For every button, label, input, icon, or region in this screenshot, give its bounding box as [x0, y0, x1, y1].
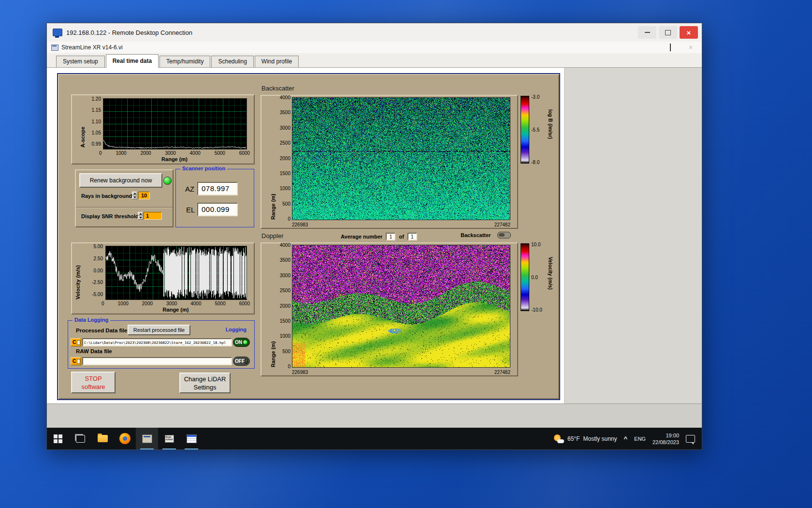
scanner-position-group: Scanner position AZ 078.997 EL 000.099: [175, 169, 254, 227]
velocity-y-axis-label: Velocity (m/s): [75, 246, 81, 299]
firefox-button[interactable]: [114, 428, 136, 449]
processed-data-file-label: Processed Data file: [76, 328, 127, 333]
snr-value-field[interactable]: 1: [144, 212, 162, 220]
renew-background-button[interactable]: Renew background now: [79, 173, 162, 188]
el-label: EL: [186, 206, 195, 214]
backscatter-title: Backscatter: [261, 85, 294, 92]
ascope-x-ticks: 0 1000 2000 3000 4000 5000 6000: [99, 150, 250, 156]
tray-expand-chevron[interactable]: ^: [624, 435, 628, 442]
taskbar: Scan sched 65°F Mostly sunny ^ ENG 19:00…: [47, 428, 702, 449]
on-led-icon: [243, 340, 248, 345]
raw-drive-button[interactable]: C: [71, 357, 81, 365]
main-panel: A-scope 1.20 1.15 1.10 1.05 0.99 0 1000: [57, 73, 560, 400]
off-led-icon: [245, 359, 248, 364]
snr-decrement-button[interactable]: [138, 216, 143, 220]
of-label: of: [399, 234, 404, 239]
weather-widget[interactable]: 65°F Mostly sunny: [553, 434, 617, 444]
raw-logging-toggle[interactable]: OFF: [233, 357, 250, 366]
background-status-led: [163, 177, 172, 185]
file-icon: [77, 340, 80, 345]
ascope-plot-group: A-scope 1.20 1.15 1.10 1.05 0.99 0 1000: [71, 94, 255, 164]
restart-processed-file-button[interactable]: Restart processed file: [128, 325, 190, 335]
tab-real-time-data[interactable]: Real time data: [106, 54, 159, 68]
rdp-close-button[interactable]: ×: [680, 26, 698, 39]
ascope-x-axis-label: Range (m): [103, 156, 246, 162]
windows-logo-icon: [54, 434, 62, 443]
task-view-button[interactable]: [69, 428, 91, 449]
stop-software-button[interactable]: STOP software: [71, 372, 116, 393]
tab-system-setup[interactable]: System setup: [56, 56, 105, 67]
streamline-app-button[interactable]: [136, 428, 158, 449]
ascope-plot-canvas: [103, 98, 247, 149]
ascope-y-ticks: 1.20 1.15 1.10 1.05 0.99: [86, 96, 101, 147]
action-center-icon[interactable]: [686, 435, 695, 443]
rays-spinner[interactable]: [132, 192, 137, 199]
rays-increment-button[interactable]: [132, 192, 137, 195]
taskbar-tray: 65°F Mostly sunny ^ ENG 19:00 22/08/2023: [553, 432, 702, 446]
clock-date: 22/08/2023: [652, 439, 679, 446]
snr-spinner[interactable]: [138, 212, 143, 220]
scan-scheduler-button[interactable]: Scan sched: [158, 428, 180, 449]
rays-in-background-label: Rays in background: [81, 193, 132, 199]
data-logging-group: Data Logging Processed Data file Restart…: [68, 320, 255, 369]
backscatter-colorbar-ticks: -3.0 -5.5 -8.0: [531, 94, 547, 165]
app-titlebar[interactable]: StreamLine XR v14-6.vi ×: [47, 42, 702, 54]
streamline-app-icon: [142, 434, 152, 443]
processed-drive-button[interactable]: C: [71, 338, 81, 346]
backscatter-colorbar-label: log B (/m/sr): [548, 96, 553, 165]
rdp-minimize-button[interactable]: [638, 26, 656, 39]
app-title: StreamLine XR v14-6.vi: [61, 44, 123, 51]
front-panel: A-scope 1.20 1.15 1.10 1.05 0.99 0 1000: [47, 68, 565, 403]
doppler-title: Doppler: [261, 232, 284, 239]
doppler-y-axis-label: Range (m): [270, 245, 276, 367]
velocity-x-axis-label: Range (m): [105, 307, 246, 313]
start-button[interactable]: [47, 428, 69, 449]
average-number-label: Average number: [341, 234, 382, 239]
ascope-y-axis-label: A-scope: [80, 99, 86, 148]
backscatter-y-axis-label: Range (m): [270, 98, 276, 220]
clock[interactable]: 19:00 22/08/2023: [652, 432, 679, 446]
backscatter-y-ticks: 4000 3500 3000 2500 2000 1500 1000 500 0: [277, 95, 290, 222]
app-restore-button[interactable]: [667, 44, 674, 51]
change-lidar-settings-button[interactable]: Change LiDAR Settings: [179, 373, 231, 393]
snr-threshold-label: Display SNR threshold: [81, 213, 139, 219]
processed-logging-toggle[interactable]: ON: [233, 338, 250, 347]
file-explorer-button[interactable]: [91, 428, 114, 449]
rdp-icon: [53, 29, 62, 36]
processed-path-field[interactable]: C:\Lidar\Data\Proc\2023\202308\20230822\…: [82, 338, 232, 346]
velocity-plot-group: Velocity (m/s) 5.00 2.50 0.00 -2.50 -5.0…: [71, 242, 255, 314]
rdp-titlebar[interactable]: 192.168.0.122 - Remote Desktop Connectio…: [47, 23, 702, 42]
backscatter-colorbar: -3.0 -5.5 -8.0 log B (/m/sr): [521, 96, 553, 165]
app-close-button[interactable]: ×: [687, 44, 694, 51]
logging-label: Logging: [224, 327, 248, 332]
average-number-field[interactable]: 1: [386, 233, 395, 240]
rdp-maximize-button[interactable]: [659, 26, 677, 39]
tab-scheduling[interactable]: Scheduling: [211, 56, 253, 67]
rdp-title: 192.168.0.122 - Remote Desktop Connectio…: [66, 29, 192, 36]
snr-increment-button[interactable]: [138, 212, 143, 216]
tab-temp-humidity[interactable]: Temp/humidity: [160, 56, 210, 67]
tab-wind-profile[interactable]: Wind profile: [255, 56, 299, 67]
data-logging-title: Data Logging: [72, 317, 110, 323]
task-view-icon: [76, 435, 85, 443]
az-value: 078.997: [197, 182, 238, 195]
weather-temp: 65°F: [567, 435, 580, 442]
clock-time: 19:00: [652, 432, 679, 439]
backscatter-toggle-label: Backscatter: [461, 232, 491, 238]
backscatter-x-ticks: 226983 227482: [292, 222, 510, 227]
language-indicator[interactable]: ENG: [634, 436, 646, 442]
backscatter-plot-group: Range (m) 4000 3500 3000 2500 2000 1500 …: [261, 95, 518, 229]
rays-decrement-button[interactable]: [132, 195, 137, 199]
backscatter-toggle-switch[interactable]: [497, 232, 511, 239]
data-viewer-button[interactable]: [180, 428, 203, 449]
data-viewer-icon: [187, 434, 197, 443]
file-icon: [77, 359, 80, 364]
weather-desc: Mostly sunny: [583, 435, 617, 442]
average-number-row: Average number 1 of 1: [341, 233, 417, 240]
raw-path-field[interactable]: [82, 357, 232, 365]
velocity-x-ticks: 0 1000 2000 3000 4000 5000 6000: [102, 301, 250, 306]
doppler-heatmap-canvas: [292, 245, 510, 368]
backscatter-heatmap-canvas: [292, 97, 510, 220]
backscatter-toggle-row: Backscatter: [461, 232, 511, 239]
rays-value-field[interactable]: 10: [138, 192, 150, 199]
